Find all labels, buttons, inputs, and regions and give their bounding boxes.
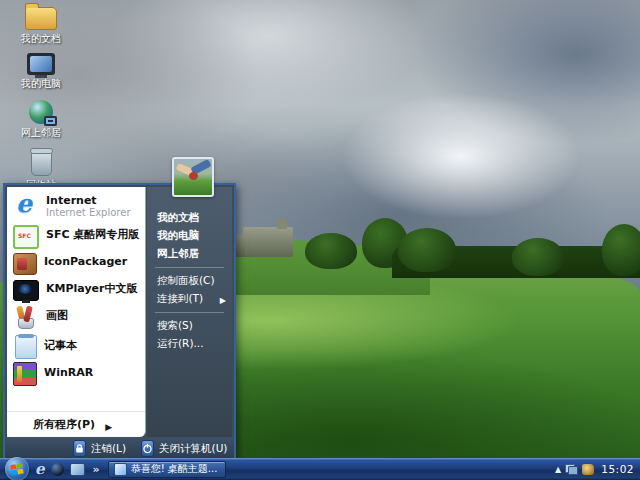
castle-ruins (243, 227, 293, 257)
avatar-picture (189, 172, 198, 180)
start-menu-item-connect-to[interactable]: 连接到(T) (147, 290, 232, 308)
tree (398, 228, 456, 272)
start-menu-item-search[interactable]: 搜索(S) (147, 317, 232, 335)
menu-separator (155, 312, 224, 313)
submenu-arrow-icon (105, 415, 112, 434)
lock-icon (74, 443, 85, 454)
network-places-icon (29, 100, 53, 124)
sfc-icon (13, 225, 39, 249)
all-programs-label: 所有程序(P) (33, 417, 95, 432)
start-menu-item-run[interactable]: 运行(R)... (147, 335, 232, 353)
quick-launch-media-icon[interactable] (51, 463, 64, 476)
submenu-arrow-icon (220, 293, 226, 305)
hidden-icons-arrow[interactable]: ▲ (555, 465, 561, 474)
recycle-bin-icon (31, 150, 52, 176)
taskbar-task-button[interactable]: 恭喜您! 桌酷主题... (108, 461, 226, 478)
start-menu-item-sfc[interactable]: SFC 桌酷网专用版 (7, 222, 145, 249)
iconpackager-icon (13, 253, 37, 275)
menu-item-label: 记事本 (44, 340, 77, 352)
taskbar-clock[interactable]: 15:02 (601, 463, 634, 475)
shut-down-button[interactable] (141, 440, 154, 457)
menu-item-sublabel: Internet Explorer (46, 207, 131, 218)
my-documents-icon (25, 7, 57, 30)
paint-icon (18, 318, 34, 329)
start-menu-item-paint[interactable]: 画图 (7, 303, 145, 330)
start-menu-item-iconpackager[interactable]: IconPackager (7, 249, 145, 276)
desktop-icon-my-computer[interactable]: 我的电脑 (10, 51, 72, 97)
menu-item-label: 连接到(T) (157, 292, 203, 306)
start-menu-places-panel: 我的文档 我的电脑 网上邻居 控制面板(C) 连接到(T) 搜索(S) 运行(R… (147, 187, 232, 437)
menu-separator (155, 267, 224, 268)
desktop-screen: 我的文档 我的电脑 网上邻居 回收站 Internet Internet Exp (0, 0, 640, 480)
desktop-icon-label: 我的电脑 (21, 77, 61, 91)
shut-down-label[interactable]: 关闭计算机(U) (159, 442, 227, 456)
internet-explorer-icon (13, 195, 39, 219)
quick-launch-window-icon[interactable] (70, 463, 85, 476)
menu-item-label: IconPackager (44, 256, 127, 268)
notepad-icon (15, 335, 37, 359)
kmplayer-icon (13, 280, 39, 301)
start-menu-item-notepad[interactable]: 记事本 (7, 333, 145, 360)
network-tray-icon[interactable] (565, 464, 578, 475)
start-menu-item-my-computer[interactable]: 我的电脑 (147, 227, 232, 245)
quick-launch-ie-icon[interactable]: e (35, 462, 45, 476)
menu-item-label: KMPlayer中文版 (46, 283, 137, 295)
start-menu-item-kmplayer[interactable]: KMPlayer中文版 (7, 276, 145, 303)
menu-item-label: 画图 (46, 310, 68, 322)
start-menu-item-my-documents[interactable]: 我的文档 (147, 209, 232, 227)
quick-launch-overflow-chevron[interactable]: » (93, 463, 100, 476)
my-computer-icon (27, 53, 55, 75)
start-menu-pinned-panel: Internet Internet Explorer SFC 桌酷网专用版 Ic… (7, 187, 146, 437)
user-avatar[interactable] (172, 157, 214, 197)
winrar-icon (13, 362, 37, 386)
start-menu-item-network-places[interactable]: 网上邻居 (147, 245, 232, 263)
taskbar: e » 恭喜您! 桌酷主题... ▲ 15:02 (0, 458, 640, 480)
windows-logo-icon (10, 463, 24, 476)
desktop-icon-column: 我的文档 我的电脑 网上邻居 回收站 (10, 2, 72, 198)
desktop-icon-network-places[interactable]: 网上邻居 (10, 100, 72, 146)
theme-tray-icon[interactable] (582, 464, 594, 475)
start-button[interactable] (5, 457, 29, 480)
tree (305, 233, 357, 269)
power-icon (142, 443, 153, 454)
start-menu: Internet Internet Explorer SFC 桌酷网专用版 Ic… (3, 183, 236, 462)
menu-item-label: SFC 桌酷网专用版 (46, 229, 139, 241)
start-menu-item-control-panel[interactable]: 控制面板(C) (147, 272, 232, 290)
system-tray: ▲ 15:02 (555, 463, 640, 475)
log-off-label[interactable]: 注销(L) (91, 442, 126, 456)
tree (602, 224, 640, 276)
task-window-icon (114, 463, 127, 476)
start-menu-item-internet[interactable]: Internet Internet Explorer (7, 191, 145, 222)
desktop-icon-label: 网上邻居 (21, 126, 61, 140)
start-menu-footer: 注销(L) 关闭计算机(U) (5, 437, 234, 460)
menu-item-label: WinRAR (44, 367, 93, 379)
desktop-icon-my-documents[interactable]: 我的文档 (10, 2, 72, 48)
tree (512, 238, 564, 276)
quick-launch-bar: e » (35, 462, 100, 476)
start-menu-item-winrar[interactable]: WinRAR (7, 360, 145, 387)
desktop-icon-label: 我的文档 (21, 32, 61, 46)
log-off-button[interactable] (73, 440, 86, 457)
paint-icon (13, 305, 39, 329)
all-programs-button[interactable]: 所有程序(P) (7, 411, 145, 437)
menu-item-label: Internet (46, 195, 131, 207)
task-button-label: 恭喜您! 桌酷主题... (131, 462, 218, 476)
